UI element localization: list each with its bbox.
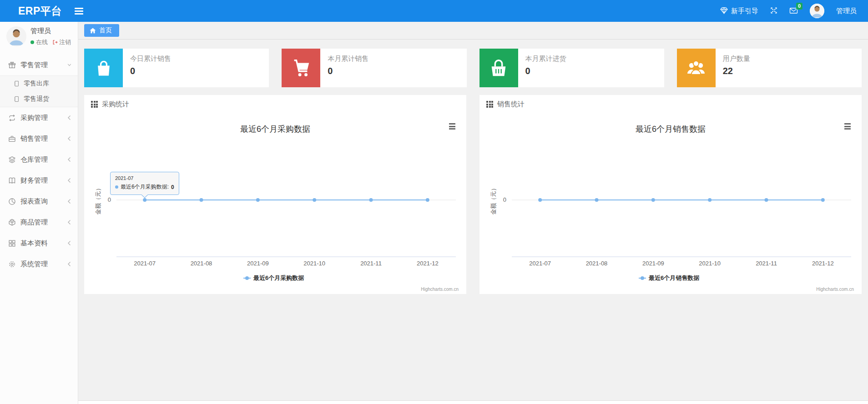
data-point-marker[interactable] — [369, 198, 373, 202]
sidebar-item-system[interactable]: 系统管理 — [0, 254, 78, 274]
sidebar-item-reports[interactable]: 报表查询 — [0, 191, 78, 212]
sidebar-item-warehouse[interactable]: 仓库管理 — [0, 149, 78, 170]
chart-panels-row: 采购统计 最近6个月采购数据金额（元）02021-072021-082021-0… — [84, 95, 862, 294]
grid-icon — [8, 239, 16, 247]
legend-item[interactable]: 最近6个月采购数据 — [253, 274, 304, 281]
main-content: 首页 今日累计销售 0 — [78, 22, 868, 404]
sidebar-item-basic-data[interactable]: 基本资料 — [0, 233, 78, 254]
briefcase-icon — [8, 135, 16, 143]
chart-export-menu-button[interactable] — [448, 122, 457, 131]
series-dot-icon — [115, 185, 118, 189]
repeat-icon — [8, 114, 16, 122]
x-axis-label: 2021-09 — [642, 260, 664, 267]
sidebar-toggle-button[interactable] — [75, 8, 83, 15]
box-icon — [8, 219, 16, 226]
x-axis-label: 2021-10 — [303, 260, 325, 267]
sidebar-item-sales[interactable]: 销售管理 — [0, 128, 78, 149]
y-axis-tick: 0 — [503, 196, 506, 203]
data-point-marker[interactable] — [143, 198, 146, 202]
mail-count-badge: 0 — [796, 3, 802, 10]
data-point-marker[interactable] — [708, 198, 712, 202]
chart-title: 最近6个月采购数据 — [240, 125, 310, 134]
sidebar-item-retail[interactable]: 零售管理 — [0, 55, 78, 75]
guide-button[interactable]: 新手引导 — [720, 7, 758, 15]
card-month-purchase: 本月累计进货 0 — [479, 49, 664, 87]
chevron-left-icon — [67, 261, 71, 267]
y-axis-tick: 0 — [108, 196, 111, 203]
sidebar-item-goods[interactable]: 商品管理 — [0, 212, 78, 233]
pie-chart-icon — [8, 198, 16, 205]
chevron-left-icon — [67, 178, 71, 183]
sidebar-user-block: 管理员 在线 注销 — [0, 22, 78, 50]
data-point-marker[interactable] — [200, 198, 203, 202]
x-axis-label: 2021-07 — [529, 260, 551, 267]
legend-item[interactable]: 最近6个月销售数据 — [648, 274, 700, 281]
card-value: 0 — [328, 66, 368, 76]
card-label: 本月累计销售 — [328, 55, 368, 63]
book-icon — [8, 177, 16, 185]
data-point-marker[interactable] — [821, 198, 825, 202]
journal-icon — [13, 80, 20, 87]
x-axis-label: 2021-12 — [812, 260, 834, 267]
x-axis-label: 2021-10 — [699, 260, 721, 267]
x-axis-label: 2021-12 — [417, 260, 439, 267]
card-user-count: 用户数量 22 — [677, 49, 862, 87]
data-point-marker[interactable] — [313, 198, 316, 202]
chevron-left-icon — [67, 157, 71, 162]
sales-chart: 最近6个月销售数据金额（元）02021-072021-082021-092021… — [486, 113, 855, 294]
panel-title: 采购统计 — [102, 100, 129, 109]
data-point-marker[interactable] — [538, 198, 542, 202]
app-brand: ERP平台 — [18, 4, 62, 18]
chevron-left-icon — [67, 219, 71, 225]
legend-marker-icon — [245, 276, 249, 280]
stat-cards-row: 今日累计销售 0 本月累计销售 0 — [84, 49, 862, 87]
chevron-left-icon — [67, 199, 71, 204]
data-point-marker[interactable] — [595, 198, 599, 202]
data-point-marker[interactable] — [765, 198, 768, 202]
messages-button[interactable]: 0 — [789, 7, 798, 15]
logout-icon — [52, 40, 58, 45]
sidebar-item-retail-outbound[interactable]: 零售出库 — [0, 76, 78, 91]
x-axis-label: 2021-09 — [247, 260, 269, 267]
card-label: 本月累计进货 — [525, 55, 566, 63]
user-menu[interactable]: 管理员 — [836, 7, 857, 15]
card-value: 22 — [723, 66, 750, 76]
data-point-marker[interactable] — [651, 198, 655, 202]
data-point-marker[interactable] — [256, 198, 260, 202]
logout-link[interactable]: 注销 — [52, 38, 71, 46]
gear-icon — [8, 260, 16, 268]
x-axis-label: 2021-11 — [360, 260, 382, 267]
sidebar-avatar[interactable] — [6, 26, 26, 46]
highcharts-credits[interactable]: Highcharts.com.cn — [816, 287, 854, 292]
users-icon — [685, 57, 707, 79]
retail-submenu: 零售出库 零售退货 — [0, 75, 78, 107]
shopping-bag-icon — [94, 58, 114, 78]
card-today-sales: 今日累计销售 0 — [84, 49, 269, 87]
card-value: 0 — [525, 66, 566, 76]
footer-strip — [78, 400, 868, 404]
gift-icon — [8, 61, 16, 69]
card-month-sales: 本月累计销售 0 — [282, 49, 466, 87]
chart-tooltip: 2021-07 最近6个月采购数据: 0 — [110, 172, 179, 195]
cart-icon — [291, 58, 312, 79]
sidebar-user-name: 管理员 — [30, 27, 71, 35]
x-axis-label: 2021-07 — [134, 260, 156, 267]
basket-icon — [488, 58, 509, 79]
tab-home[interactable]: 首页 — [84, 24, 119, 37]
sidebar-item-purchase[interactable]: 采购管理 — [0, 107, 78, 128]
card-value: 0 — [130, 66, 171, 76]
gem-icon — [720, 7, 728, 15]
fullscreen-button[interactable] — [770, 7, 777, 15]
chart-export-menu-button[interactable] — [843, 122, 852, 131]
sidebar-menu: 零售管理 零售出库 零售退货 — [0, 55, 78, 274]
page-tabs-bar: 首页 — [78, 22, 868, 40]
purchase-chart: 最近6个月采购数据金额（元）02021-072021-082021-092021… — [91, 113, 459, 294]
sidebar-item-finance[interactable]: 财务管理 — [0, 170, 78, 191]
data-point-marker[interactable] — [426, 198, 429, 202]
expand-arrows-icon — [770, 7, 777, 15]
highcharts-credits[interactable]: Highcharts.com.cn — [421, 287, 459, 292]
sidebar-item-retail-return[interactable]: 零售退货 — [0, 91, 78, 107]
card-label: 今日累计销售 — [130, 55, 171, 63]
online-status-label: 在线 — [36, 38, 48, 46]
user-avatar[interactable] — [810, 4, 824, 18]
